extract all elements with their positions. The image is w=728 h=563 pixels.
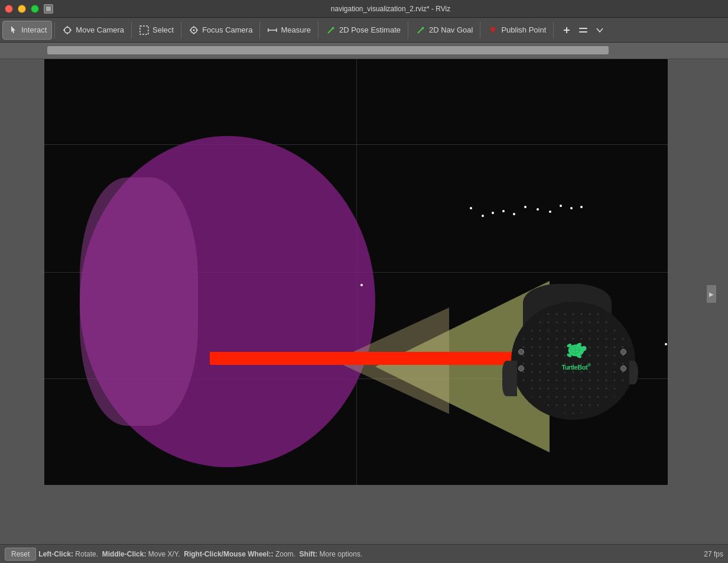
robot-side-left — [502, 361, 517, 396]
lidar-point-6 — [513, 213, 515, 215]
window-title: navigation_visualization_2.rviz* - RViz — [58, 5, 723, 13]
svg-point-30 — [566, 343, 572, 348]
add-button[interactable] — [558, 22, 575, 38]
toolbar-dropdown-button[interactable] — [592, 22, 608, 38]
lidar-point-7 — [524, 206, 526, 208]
sensor-cone — [375, 281, 550, 452]
wheel-dot-3 — [620, 349, 626, 355]
svg-point-28 — [568, 345, 584, 357]
select-label: Select — [152, 25, 174, 34]
turtlebot-label: TurtleBot® — [562, 363, 591, 371]
top-scrollbar[interactable] — [47, 46, 609, 54]
fps-display: 27 fps — [704, 550, 723, 558]
interact-icon — [8, 25, 18, 35]
grid-line-v1 — [356, 59, 357, 485]
svg-point-2 — [64, 27, 70, 33]
turtlebot-logo: TurtleBot® — [541, 331, 612, 378]
grid-line-h3 — [44, 378, 668, 379]
close-button[interactable] — [5, 5, 13, 13]
top-scroll-area[interactable] — [0, 43, 728, 59]
focus-camera-icon — [188, 25, 199, 35]
move-camera-label: Move Camera — [76, 25, 124, 34]
separator-5 — [318, 22, 318, 38]
separator-1 — [54, 22, 55, 38]
svg-rect-7 — [140, 26, 148, 34]
2d-pose-label: 2D Pose Estimate — [339, 25, 401, 34]
lidar-point-2 — [470, 207, 472, 209]
sensor-cone-inner — [334, 308, 449, 414]
separator-7 — [480, 22, 480, 38]
lidar-point-3 — [482, 215, 484, 217]
lidar-point-13 — [665, 343, 667, 345]
robot-body-outer: TurtleBot® — [511, 302, 635, 420]
lidar-point-11 — [570, 207, 573, 209]
2d-nav-icon — [415, 25, 426, 35]
2d-nav-label: 2D Nav Goal — [429, 25, 473, 34]
titlebar: navigation_visualization_2.rviz* - RViz — [0, 0, 728, 18]
focus-camera-button[interactable]: Focus Camera — [184, 21, 257, 40]
lidar-point-1 — [360, 284, 363, 286]
maximize-button[interactable] — [31, 5, 39, 13]
toolbar: Interact Move Camera Select — [0, 18, 728, 43]
3d-viewport[interactable]: TurtleBot® — [44, 59, 668, 485]
svg-point-31 — [566, 353, 572, 358]
main-area: TurtleBot® ▶ — [0, 43, 728, 544]
separator-4 — [259, 22, 260, 38]
svg-rect-24 — [579, 28, 587, 29]
wheel-dot-2 — [518, 365, 524, 371]
svg-point-9 — [193, 29, 195, 31]
select-button[interactable]: Select — [134, 21, 178, 40]
svg-point-27 — [517, 308, 629, 414]
lidar-point-9 — [549, 211, 551, 213]
2d-pose-button[interactable]: 2D Pose Estimate — [321, 21, 405, 40]
status-text: Left-Click: Rotate. Middle-Click: Move X… — [38, 550, 701, 558]
select-icon — [139, 25, 150, 35]
lidar-point-12 — [580, 206, 583, 208]
svg-rect-1 — [46, 7, 51, 11]
interact-button[interactable]: Interact — [2, 21, 52, 40]
publish-point-icon — [488, 25, 498, 35]
robot-top — [523, 284, 612, 331]
publish-point-button[interactable]: Publish Point — [483, 21, 551, 40]
svg-rect-25 — [579, 31, 587, 33]
separator-6 — [408, 22, 408, 38]
lidar-point-8 — [537, 208, 539, 211]
laser-beam — [210, 352, 517, 365]
publish-point-label: Publish Point — [501, 25, 546, 34]
app-icon — [44, 4, 53, 14]
lidar-point-4 — [492, 212, 494, 214]
measure-button[interactable]: Measure — [262, 21, 316, 40]
focus-camera-label: Focus Camera — [202, 25, 252, 34]
move-camera-button[interactable]: Move Camera — [57, 21, 129, 40]
2d-nav-button[interactable]: 2D Nav Goal — [411, 21, 477, 40]
lidar-point-10 — [560, 205, 562, 207]
svg-point-32 — [576, 342, 582, 347]
toolbar-extra — [558, 22, 608, 38]
left-panel — [0, 59, 44, 485]
svg-point-34 — [571, 347, 580, 354]
measure-label: Measure — [281, 25, 311, 34]
wheel-dot-1 — [518, 349, 524, 355]
minimize-button[interactable] — [18, 5, 26, 13]
toolbar-options-button[interactable] — [575, 22, 592, 38]
grid-line-h2 — [44, 272, 668, 273]
2d-pose-icon — [326, 25, 336, 35]
move-camera-icon — [62, 25, 73, 35]
separator-2 — [131, 22, 132, 38]
robot-dots-svg — [511, 302, 635, 420]
costmap-inner — [80, 177, 198, 426]
turtle-icon — [561, 339, 591, 363]
statusbar: Reset Left-Click: Rotate. Middle-Click: … — [0, 544, 728, 563]
svg-point-29 — [581, 346, 586, 351]
grid-line-h1 — [44, 144, 668, 145]
interact-label: Interact — [21, 25, 47, 34]
robot-side-right — [629, 361, 638, 384]
turtlebot-robot: TurtleBot® — [511, 284, 641, 438]
svg-point-33 — [576, 354, 582, 359]
scroll-right-arrow[interactable]: ▶ — [707, 285, 716, 303]
costmap-circle — [80, 136, 375, 467]
wheel-dot-4 — [620, 365, 626, 371]
measure-icon — [267, 25, 278, 35]
separator-3 — [181, 22, 181, 38]
reset-button[interactable]: Reset — [5, 548, 36, 561]
